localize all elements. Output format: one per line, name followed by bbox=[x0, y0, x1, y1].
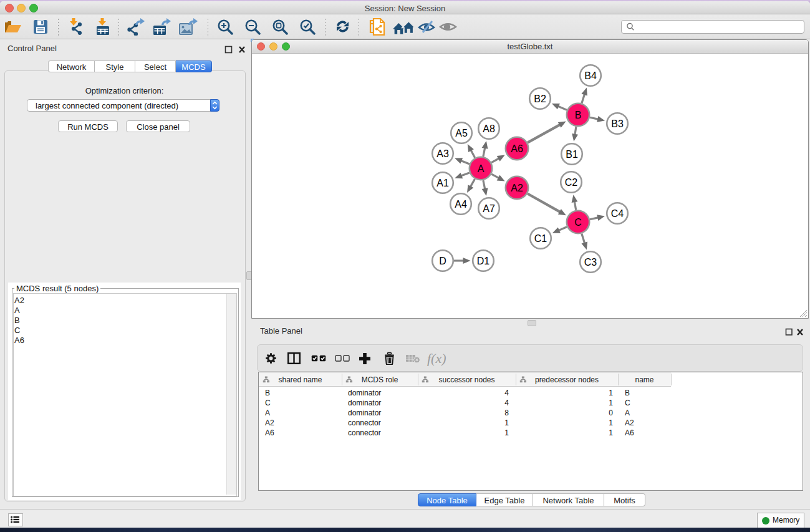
svg-text:A6: A6 bbox=[511, 143, 523, 154]
svg-text:B1: B1 bbox=[566, 149, 578, 160]
svg-text:A3: A3 bbox=[436, 148, 449, 159]
svg-text:D: D bbox=[439, 256, 446, 266]
svg-text:B: B bbox=[575, 110, 582, 120]
svg-text:B3: B3 bbox=[611, 118, 624, 129]
svg-text:A2: A2 bbox=[511, 183, 523, 193]
svg-text:A8: A8 bbox=[483, 123, 495, 134]
svg-text:C2: C2 bbox=[565, 177, 578, 188]
svg-text:A7: A7 bbox=[483, 203, 495, 214]
svg-text:C4: C4 bbox=[611, 208, 624, 219]
svg-text:B4: B4 bbox=[584, 70, 597, 81]
svg-text:C3: C3 bbox=[584, 257, 597, 268]
svg-text:A: A bbox=[478, 163, 485, 174]
svg-text:A5: A5 bbox=[455, 128, 468, 138]
svg-text:A1: A1 bbox=[436, 178, 449, 188]
svg-text:D1: D1 bbox=[477, 256, 490, 266]
svg-text:B2: B2 bbox=[534, 94, 546, 104]
svg-text:A4: A4 bbox=[455, 199, 467, 210]
svg-text:C: C bbox=[574, 217, 582, 228]
svg-text:C1: C1 bbox=[534, 233, 547, 244]
